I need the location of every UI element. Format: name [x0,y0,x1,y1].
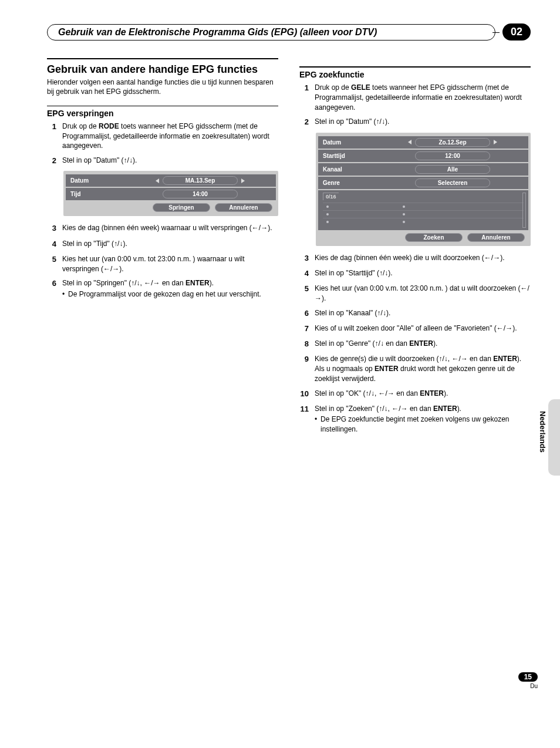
step-item: 11Stel in op "Zoeken" (↑/↓, ←/→ en dan E… [299,404,531,434]
page-number: 15 [518,672,538,682]
ui-row-value[interactable]: MA.13.Sep [129,176,271,185]
ui-row: KanaalAlle [318,163,528,176]
step-text: Druk op de GELE toets wanneer het EPG gi… [315,83,531,112]
page-lang-code: Du [518,683,538,689]
step-number: 1 [299,83,309,112]
ui-row: DatumZo.12.Sep [318,136,528,149]
step-bullet: De Programmalijst voor de gekozen dag en… [62,289,278,299]
ui-result-list: 0/16 [318,190,528,230]
ui-value-pill[interactable]: 12:00 [415,151,490,160]
step-number: 5 [299,284,309,304]
step-number: 8 [299,339,309,349]
ui-row-label: Datum [323,139,377,146]
dot-icon [326,205,329,208]
dot-icon [403,213,405,215]
step-number: 9 [299,354,309,383]
step-text: Stel in op "Datum" (↑/↓). [315,117,531,127]
steps-list: 1Druk op de GELE toets wanneer het EPG g… [299,83,531,128]
step-item: 8Stel in op "Genre" (↑/↓ en dan ENTER). [299,339,531,349]
ui-value-pill[interactable]: Alle [415,165,490,174]
ui-button[interactable]: Zoeken [405,233,463,242]
ui-value-pill[interactable]: Zo.12.Sep [415,138,490,147]
ui-row-value[interactable]: 12:00 [382,151,524,160]
nav-left-icon[interactable] [156,178,159,183]
subheading-verspringen: EPG verspringen [47,109,278,118]
step-item: 5Kies het uur (van 0:00 v.m. tot 23:00 n… [299,284,531,304]
steps-list: 3Kies de dag (binnen één week) waarnaar … [47,223,278,299]
step-text: Kies de dag (binnen één week) waarnaar u… [62,223,278,234]
step-number: 11 [299,404,309,434]
scrollbar[interactable] [522,193,526,228]
step-number: 6 [47,278,56,299]
ui-result-row [323,218,524,225]
step-text: Kies de dag (binnen één week) die u wilt… [315,253,531,264]
ui-row: DatumMA.13.Sep [66,174,276,187]
dot-icon [403,221,405,223]
ui-button[interactable]: Annuleren [467,233,525,242]
ui-button[interactable]: Annuleren [215,203,272,212]
ui-value-pill[interactable]: 14:00 [163,190,238,198]
step-item: 5Kies het uur (van 0:00 v.m. tot 23:00 n… [47,254,278,274]
nav-left-icon[interactable] [408,140,411,144]
step-text: Druk op de RODE toets wanneer het EPG gi… [62,122,278,151]
step-number: 4 [47,239,56,250]
step-text: Stel in op "Springen" (↑/↓, ←/→ en dan E… [62,278,278,299]
left-column: Gebruik van andere handige EPG functies … [47,58,278,439]
step-item: 6Stel in op "Springen" (↑/↓, ←/→ en dan … [47,278,278,299]
step-text: Stel in op "Datum" (↑/↓). [62,156,278,166]
subheading-zoekfunctie: EPG zoekfunctie [299,70,531,79]
ui-row-value[interactable]: Alle [382,165,524,174]
step-text: Stel in op "Kanaal" (↑/↓). [315,308,531,319]
ui-row-label: Kanaal [323,166,377,173]
step-item: 7Kies of u wilt zoeken door "Alle" of al… [299,324,531,334]
page-footer: 15 Du [518,671,538,689]
step-number: 4 [299,268,309,279]
nav-right-icon[interactable] [494,140,497,144]
ui-button[interactable]: Springen [153,203,210,212]
right-column: EPG zoekfunctie 1Druk op de GELE toets w… [299,58,531,439]
ui-panel-jump: DatumMA.13.SepTijd14:00SpringenAnnuleren [63,171,278,216]
step-text: Stel in op "Genre" (↑/↓ en dan ENTER). [315,339,531,349]
step-item: 4Stel in op "Starttijd" (↑/↓). [299,268,531,279]
step-number: 2 [299,117,309,127]
step-number: 3 [299,253,309,264]
ui-row-value[interactable]: 14:00 [129,190,271,198]
step-text: Kies het uur (van 0:00 v.m. tot 23:00 n.… [62,254,278,274]
step-item: 3Kies de dag (binnen één week) die u wil… [299,253,531,264]
header-title: Gebruik van de Elektronische Programma G… [47,24,495,41]
step-number: 2 [47,156,56,166]
page-header: Gebruik van de Elektronische Programma G… [47,23,531,41]
step-bullet: De EPG zoekfunctie begint met zoeken vol… [315,415,531,434]
step-item: 2Stel in op "Datum" (↑/↓). [47,156,278,166]
step-text: Stel in op "Starttijd" (↑/↓). [315,268,531,279]
ui-row-label: Datum [70,177,124,184]
ui-value-pill[interactable]: Selecteren [415,178,490,187]
step-text: Stel in op "Zoeken" (↑/↓, ←/→ en dan ENT… [315,404,531,434]
ui-value-pill[interactable]: MA.13.Sep [163,176,238,185]
step-item: 9Kies de genre(s) die u wilt doorzoeken … [299,354,531,383]
ui-panel-search: DatumZo.12.SepStarttijd12:00KanaalAlleGe… [316,133,531,246]
side-tab [548,399,560,476]
steps-list: 3Kies de dag (binnen één week) die u wil… [299,253,531,435]
ui-row-label: Tijd [70,191,124,197]
dot-icon [403,205,405,208]
step-text: Kies de genre(s) die u wilt doorzoeken (… [315,354,531,383]
step-number: 5 [47,254,56,274]
language-tab-label: Nederlands [538,411,547,453]
dot-icon [326,221,329,223]
section-heading: Gebruik van andere handige EPG functies [47,63,278,76]
step-number: 6 [299,308,309,319]
ui-row: GenreSelecteren [318,177,528,189]
ui-row-label: Genre [323,180,377,186]
step-text: Kies of u wilt zoeken door "Alle" of all… [315,324,531,334]
nav-right-icon[interactable] [241,178,245,183]
steps-list: 1Druk op de RODE toets wanneer het EPG g… [47,122,278,167]
step-number: 1 [47,122,56,151]
ui-row-value[interactable]: Selecteren [382,178,524,187]
step-item: 1Druk op de GELE toets wanneer het EPG g… [299,83,531,112]
ui-row-value[interactable]: Zo.12.Sep [382,138,524,147]
ui-result-row [323,203,524,210]
ui-result-count: 0/16 [323,193,339,200]
step-item: 4Stel in op "Tijd" (↑/↓). [47,239,278,250]
step-item: 3Kies de dag (binnen één week) waarnaar … [47,223,278,234]
